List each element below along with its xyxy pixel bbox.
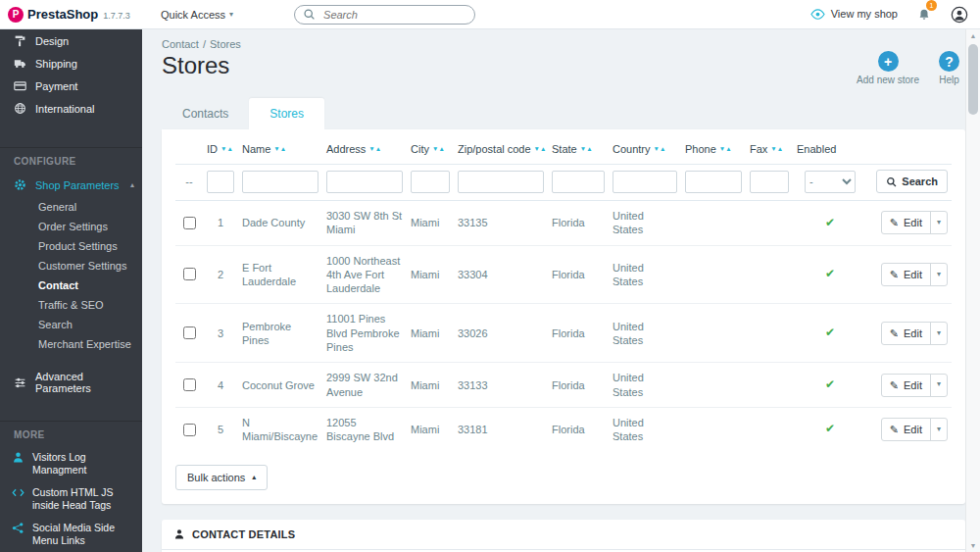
col-fax[interactable]: Fax▼▲ [746,133,793,165]
col-phone[interactable]: Phone▼▲ [681,133,746,165]
sidebar-item-merchant-expertise[interactable]: Merchant Expertise [0,334,142,354]
global-search[interactable] [294,5,475,25]
vertical-scrollbar[interactable]: ▲ ▼ [965,29,980,552]
sidebar-item-order-settings[interactable]: Order Settings [0,217,142,236]
sliders-icon [14,376,26,389]
filter-enabled-select[interactable]: - [805,171,856,193]
row-checkbox[interactable] [183,217,196,229]
sort-icons[interactable]: ▼▲ [220,145,233,152]
sidebar-item-label: Advanced Parameters [35,371,136,394]
tab-stores[interactable]: Stores [249,98,324,129]
filter-id-input[interactable] [207,171,234,193]
sidebar-item-visitors-log[interactable]: Visitors Log Managment [0,446,142,481]
sort-icons[interactable]: ▼▲ [580,145,593,152]
filter-name-input[interactable] [242,171,318,193]
sidebar-item-traffic-seo[interactable]: Traffic & SEO [0,295,142,315]
row-checkbox[interactable] [183,326,196,339]
sort-icons[interactable]: ▼▲ [368,145,381,152]
contact-details-title: CONTACT DETAILS [192,528,295,540]
filter-country-input[interactable] [612,171,677,193]
row-checkbox[interactable] [183,424,196,436]
cell-address: 2999 SW 32nd Avenue [322,363,407,408]
edit-button[interactable]: ✎Edit ▾ [881,263,948,286]
cell-state: Florida [548,407,609,451]
sidebar-item-advanced-parameters[interactable]: Advanced Parameters [0,366,142,399]
quick-access-menu[interactable]: Quick Access ▾ [161,9,233,21]
filter-fax-input[interactable] [750,171,789,193]
cell-country: United States [609,407,681,451]
sort-icons[interactable]: ▼▲ [432,145,445,152]
stores-panel: ID▼▲ Name▼▲ Address▼▲ City▼▲ Zip/postal … [162,129,965,504]
filter-zip-input[interactable] [458,171,544,193]
edit-dropdown-caret[interactable]: ▾ [930,375,947,396]
edit-dropdown-caret[interactable]: ▾ [930,212,947,233]
add-new-store-button[interactable]: + Add new store [857,51,919,85]
tab-contacts[interactable]: Contacts [162,98,249,129]
col-name[interactable]: Name▼▲ [238,133,322,165]
sort-icons[interactable]: ▼▲ [273,145,286,152]
cell-city: Miami [407,201,454,246]
row-checkbox[interactable] [183,378,196,391]
search-input[interactable] [321,8,466,22]
sidebar-item-international[interactable]: International [0,97,142,120]
top-bar: P PrestaShop 1.7.7.3 Quick Access ▾ View… [0,0,980,29]
col-actions [867,133,952,165]
edit-button[interactable]: ✎Edit ▾ [881,322,948,345]
enabled-check-icon[interactable]: ✔ [825,377,835,391]
sidebar-item-social-media-menu[interactable]: Social Media Side Menu Links [0,517,142,552]
filter-city-input[interactable] [411,171,450,193]
breadcrumb-parent[interactable]: Contact [162,38,199,50]
sidebar-item-custom-html[interactable]: Custom HTML JS inside Head Tags [0,481,142,517]
edit-dropdown-caret[interactable]: ▾ [930,264,947,285]
sidebar-item-shipping[interactable]: Shipping [0,52,142,75]
filter-row: -- - [175,165,952,201]
cell-state: Florida [548,245,609,304]
filter-phone-input[interactable] [685,171,742,193]
sidebar-item-customer-settings[interactable]: Customer Settings [0,256,142,276]
help-button[interactable]: ? Help [939,51,959,85]
enabled-check-icon[interactable]: ✔ [825,216,835,229]
filter-state-input[interactable] [552,171,605,193]
enabled-check-icon[interactable]: ✔ [825,267,835,280]
notifications-button[interactable]: 1 [917,5,931,23]
sidebar-item-design[interactable]: Design [0,29,142,52]
col-zip[interactable]: Zip/postal code▼▲ [454,133,548,165]
sidebar-item-product-settings[interactable]: Product Settings [0,236,142,256]
profile-menu[interactable] [951,5,968,24]
col-country[interactable]: Country▼▲ [609,133,681,165]
sort-icons[interactable]: ▼▲ [770,145,783,152]
main-content: Contact/Stores Stores + Add new store ? … [142,29,965,552]
edit-button[interactable]: ✎Edit ▾ [881,418,948,441]
credit-card-icon [14,79,26,92]
edit-button[interactable]: ✎Edit ▾ [881,374,948,397]
filter-address-input[interactable] [326,171,403,193]
col-address[interactable]: Address▼▲ [322,133,407,165]
sidebar-item-search[interactable]: Search [0,315,142,334]
sidebar-item-shop-parameters[interactable]: Shop Parameters ▴ [0,173,142,196]
sort-icons[interactable]: ▼▲ [654,145,666,152]
enabled-check-icon[interactable]: ✔ [825,422,835,435]
cell-address: 3030 SW 8th St Miami [322,201,407,246]
enabled-check-icon[interactable]: ✔ [825,326,835,339]
edit-dropdown-caret[interactable]: ▾ [930,419,947,440]
scrollbar-thumb[interactable] [968,44,978,115]
col-city[interactable]: City▼▲ [407,133,454,165]
row-checkbox[interactable] [183,268,196,280]
scroll-down-icon[interactable]: ▼ [966,542,980,549]
scroll-up-icon[interactable]: ▲ [966,32,980,39]
col-state[interactable]: State▼▲ [548,133,609,165]
prestashop-logo[interactable]: P PrestaShop 1.7.7.3 [0,7,147,23]
edit-dropdown-caret[interactable]: ▾ [930,323,947,344]
edit-button[interactable]: ✎Edit ▾ [881,211,948,234]
col-id[interactable]: ID▼▲ [203,133,238,165]
sidebar-item-general[interactable]: General [0,197,142,217]
view-my-shop-link[interactable]: View my shop [810,7,898,22]
eye-icon [810,7,825,22]
sort-icons[interactable]: ▼▲ [719,145,732,152]
sort-icons[interactable]: ▼▲ [534,145,547,152]
bulk-actions-button[interactable]: Bulk actions ▴ [175,465,268,490]
table-search-button[interactable]: Search [876,170,948,193]
sidebar-item-contact[interactable]: Contact [0,276,142,295]
sidebar-item-payment[interactable]: Payment [0,75,142,97]
cell-fax [746,407,793,451]
